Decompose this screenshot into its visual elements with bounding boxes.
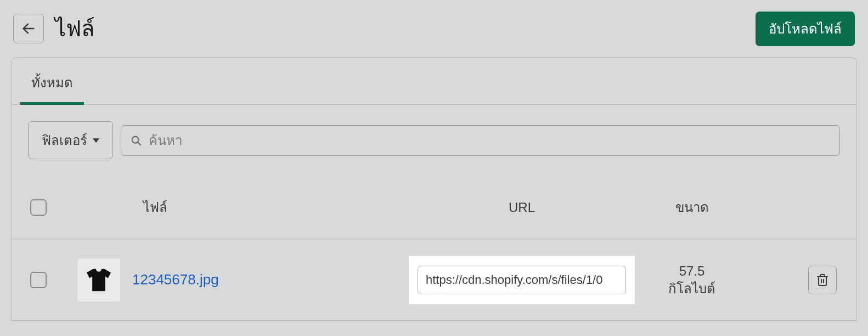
file-size-text: 57.5 กิโลไบต์ [668, 262, 715, 296]
arrow-left-icon [21, 21, 36, 36]
upload-button[interactable]: อัปโหลดไฟล์ [756, 12, 855, 46]
filter-label: ฟิลเตอร์ [42, 130, 87, 151]
page-header: ไฟล์ อัปโหลดไฟล์ [0, 0, 868, 57]
column-header-file: ไฟล์ [77, 197, 407, 218]
content-panel: ทั้งหมด ฟิลเตอร์ ไฟล์ URL ขนาด 12345678.… [11, 57, 857, 321]
url-highlight [409, 256, 635, 304]
column-header-url: URL [407, 200, 637, 215]
search-input[interactable] [142, 133, 831, 148]
table-header: ไฟล์ URL ขนาด [12, 176, 856, 239]
tab-all[interactable]: ทั้งหมด [20, 58, 84, 104]
trash-icon [816, 273, 829, 287]
column-header-size: ขนาด [637, 197, 747, 218]
toolbar: ฟิลเตอร์ [12, 105, 856, 176]
row-checkbox[interactable] [30, 272, 47, 288]
back-button[interactable] [13, 14, 44, 43]
svg-line-2 [138, 142, 140, 145]
caret-down-icon [93, 138, 99, 143]
tshirt-icon [84, 265, 114, 295]
search-field-wrap[interactable] [121, 125, 840, 156]
url-input[interactable] [418, 266, 626, 294]
tabs-row: ทั้งหมด [12, 58, 856, 105]
delete-button[interactable] [808, 266, 837, 294]
file-thumbnail[interactable] [77, 259, 120, 301]
select-all-checkbox[interactable] [30, 199, 47, 216]
table-row: 12345678.jpg 57.5 กิโลไบต์ [12, 239, 856, 321]
search-icon [130, 135, 142, 147]
page-title: ไฟล์ [55, 11, 745, 46]
filter-button[interactable]: ฟิลเตอร์ [28, 121, 113, 159]
file-name-link[interactable]: 12345678.jpg [132, 271, 219, 288]
